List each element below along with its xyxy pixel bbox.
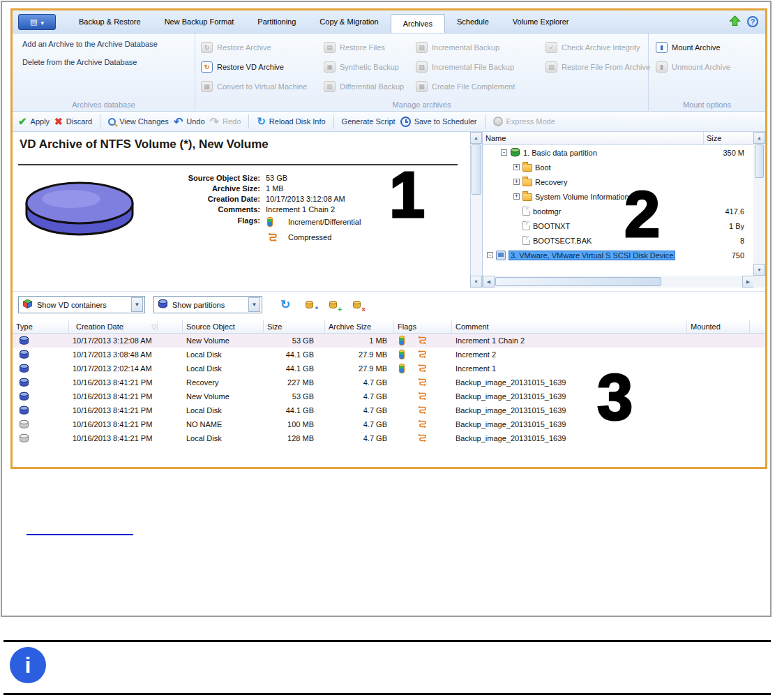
header-size[interactable]: Size bbox=[264, 320, 325, 333]
tree-row[interactable]: + Boot bbox=[483, 160, 754, 174]
refresh-database-button[interactable] bbox=[278, 298, 293, 312]
header-flags[interactable]: Flags bbox=[394, 320, 452, 333]
restore-file-from-archive-button[interactable]: Restore File From Archive bbox=[545, 57, 649, 77]
scroll-down-button[interactable] bbox=[470, 276, 482, 288]
express-mode-button[interactable]: Express Mode bbox=[493, 117, 555, 126]
scrollbar-thumb[interactable] bbox=[472, 144, 481, 195]
horizontal-rule bbox=[3, 640, 771, 642]
scroll-up-button[interactable] bbox=[470, 132, 482, 144]
apply-button[interactable]: Apply bbox=[18, 115, 50, 128]
unmount-archive-button[interactable]: Unmount Archive bbox=[656, 57, 760, 77]
tree-row[interactable]: - 1. Basic data partition 350 M bbox=[483, 145, 754, 160]
folder-icon bbox=[522, 179, 532, 186]
discard-button[interactable]: Discard bbox=[54, 116, 92, 127]
tab-copy-migration[interactable]: Copy & Migration bbox=[308, 10, 390, 33]
vd-container-icon bbox=[13, 336, 69, 345]
table-row[interactable]: 10/17/2013 3:12:08 AM New Volume 53 GB 1… bbox=[13, 334, 765, 348]
collapse-expander-icon[interactable]: - bbox=[501, 149, 507, 156]
tree-row[interactable]: BOOTSECT.BAK 8 bbox=[483, 233, 754, 248]
restore-files-button[interactable]: Restore Files bbox=[324, 38, 416, 57]
tree-vertical-scrollbar[interactable] bbox=[753, 132, 765, 276]
scroll-down-button[interactable] bbox=[753, 264, 765, 276]
incremental-file-backup-button[interactable]: Incremental File Backup bbox=[416, 57, 545, 77]
compressed-flag-icon bbox=[417, 405, 427, 416]
synthetic-backup-button[interactable]: Synthetic Backup bbox=[324, 57, 416, 77]
column-header-name[interactable]: Name bbox=[483, 132, 704, 144]
tab-archives[interactable]: Archives bbox=[391, 14, 445, 33]
check-icon bbox=[18, 115, 27, 128]
partitions-dropdown[interactable]: Show partitions bbox=[153, 296, 262, 313]
view-changes-button[interactable]: View Changes bbox=[108, 117, 169, 126]
archive-table: Type Creation Date Source Object Size Ar… bbox=[13, 320, 765, 467]
scroll-right-button[interactable] bbox=[742, 276, 754, 288]
app-menu-button[interactable] bbox=[18, 14, 56, 30]
scroll-left-button[interactable] bbox=[483, 276, 495, 288]
redo-button[interactable]: Redo bbox=[210, 115, 241, 128]
create-file-complement-button[interactable]: Create File Complement bbox=[416, 77, 545, 96]
tab-volume-explorer[interactable]: Volume Explorer bbox=[501, 10, 581, 33]
header-creation-date[interactable]: Creation Date bbox=[69, 320, 183, 333]
header-mounted[interactable]: Mounted bbox=[687, 320, 750, 333]
dropdown-arrow-button[interactable] bbox=[248, 297, 260, 312]
expand-expander-icon[interactable]: + bbox=[513, 164, 520, 170]
vd-containers-dropdown[interactable]: Show VD containers bbox=[18, 296, 145, 313]
toolbar-separator bbox=[485, 114, 486, 128]
scrollbar-thumb[interactable] bbox=[495, 277, 661, 286]
mount-archive-button[interactable]: Mount Archive bbox=[656, 38, 760, 57]
header-type[interactable]: Type bbox=[13, 320, 69, 333]
scroll-up-button[interactable] bbox=[753, 132, 765, 144]
column-header-size[interactable]: Size bbox=[704, 132, 754, 144]
table-row[interactable]: 10/16/2013 8:41:21 PM NO NAME 100 MB 4.7… bbox=[13, 417, 765, 431]
restore-vd-archive-button[interactable]: Restore VD Archive bbox=[201, 57, 324, 77]
sort-desc-icon bbox=[124, 322, 158, 331]
archive-details-panel: VD Archive of NTFS Volume (*), New Volum… bbox=[13, 132, 470, 288]
tab-partitioning[interactable]: Partitioning bbox=[246, 10, 308, 33]
header-comment[interactable]: Comment bbox=[452, 320, 687, 333]
header-source-object[interactable]: Source Object bbox=[183, 320, 264, 333]
table-row[interactable]: 10/16/2013 8:41:21 PM Local Disk 128 MB … bbox=[13, 431, 765, 445]
archive-gray-icon bbox=[13, 419, 69, 429]
incremental-backup-button[interactable]: Incremental Backup bbox=[416, 38, 545, 57]
expand-expander-icon[interactable]: + bbox=[513, 179, 520, 185]
convert-to-vm-button[interactable]: Convert to Virtual Machine bbox=[201, 77, 324, 96]
details-vertical-scrollbar[interactable] bbox=[470, 132, 482, 288]
generate-script-button[interactable]: Generate Script bbox=[342, 117, 396, 126]
add-archive-button[interactable]: Add an Archive to the Archive Database bbox=[22, 40, 158, 48]
redo-icon bbox=[210, 115, 219, 128]
table-row[interactable]: 10/16/2013 8:41:21 PM Recovery 227 MB 4.… bbox=[13, 375, 765, 389]
tree-row[interactable]: + System Volume Information bbox=[483, 189, 754, 204]
tree-horizontal-scrollbar[interactable] bbox=[483, 276, 754, 288]
table-row[interactable]: 10/17/2013 3:08:48 AM Local Disk 44.1 GB… bbox=[13, 348, 765, 362]
delete-archive-button[interactable]: Delete from the Archive Database bbox=[22, 58, 137, 66]
restore-archive-button[interactable]: Restore Archive bbox=[201, 38, 324, 57]
reload-disk-info-button[interactable]: Reload Disk Info bbox=[257, 115, 325, 128]
header-archive-size[interactable]: Archive Size bbox=[325, 320, 394, 333]
table-row[interactable]: 10/17/2013 2:02:14 AM Local Disk 44.1 GB… bbox=[13, 362, 765, 375]
help-icon[interactable]: ? bbox=[747, 16, 758, 27]
green-up-arrow-icon[interactable] bbox=[729, 15, 741, 28]
tree-row[interactable]: + Recovery bbox=[483, 174, 754, 189]
tree-row[interactable]: BOOTNXT 1 By bbox=[483, 218, 754, 233]
expand-expander-icon[interactable]: + bbox=[513, 193, 520, 200]
database-properties-button[interactable]: * bbox=[301, 298, 317, 312]
table-row[interactable]: 10/16/2013 8:41:21 PM Local Disk 44.1 GB… bbox=[13, 403, 765, 417]
scrollbar-thumb[interactable] bbox=[755, 144, 764, 178]
differential-backup-button[interactable]: Differential Backup bbox=[324, 77, 416, 96]
toolbar-separator bbox=[248, 114, 249, 128]
tab-schedule[interactable]: Schedule bbox=[445, 10, 501, 33]
remove-from-database-button[interactable]: × bbox=[349, 298, 364, 312]
check-archive-integrity-button[interactable]: Check Archive Integrity bbox=[545, 38, 649, 57]
add-to-database-button[interactable]: + bbox=[325, 298, 340, 312]
table-row[interactable]: 10/16/2013 8:41:21 PM New Volume 53 GB 4… bbox=[13, 389, 765, 403]
tab-new-backup-format[interactable]: New Backup Format bbox=[153, 10, 246, 33]
empty-link-underline[interactable] bbox=[27, 534, 133, 535]
tab-backup-restore[interactable]: Backup & Restore bbox=[67, 10, 153, 33]
undo-button[interactable]: Undo bbox=[174, 115, 205, 128]
vd-container-icon bbox=[13, 405, 69, 415]
tree-row-selected[interactable]: - 3. VMware, VMware Virtual S SCSI Disk … bbox=[483, 248, 754, 262]
tree-row[interactable]: bootmgr 417.6 bbox=[483, 204, 754, 218]
dropdown-arrow-button[interactable] bbox=[131, 297, 143, 312]
collapse-expander-icon[interactable]: - bbox=[487, 252, 493, 258]
restore-archive-icon bbox=[201, 42, 213, 53]
save-to-scheduler-button[interactable]: Save to Scheduler bbox=[400, 117, 477, 127]
